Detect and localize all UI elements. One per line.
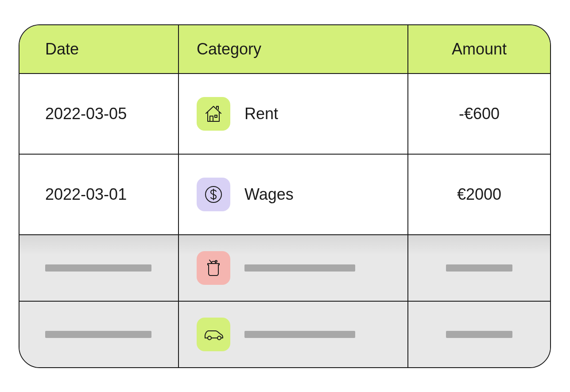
- header-category-label: Category: [197, 40, 261, 58]
- header-amount: Amount: [408, 25, 550, 73]
- transactions-table: Date Category Amount 2022-03-05: [19, 24, 551, 368]
- table-row[interactable]: 2022-03-01 Wages €2000: [19, 154, 550, 234]
- table-header-row: Date Category Amount: [19, 25, 550, 73]
- cell-date-placeholder: [19, 302, 179, 367]
- table-row-placeholder: [19, 234, 550, 301]
- placeholder-bar: [45, 331, 151, 338]
- groceries-icon: [197, 251, 230, 285]
- amount-value: -€600: [459, 105, 500, 123]
- dollar-icon: [197, 178, 230, 211]
- cell-amount: €2000: [408, 155, 550, 234]
- placeholder-bar: [244, 331, 355, 338]
- cell-date-placeholder: [19, 235, 179, 301]
- table-row-placeholder: [19, 301, 550, 367]
- amount-value: €2000: [457, 185, 501, 204]
- placeholder-bar: [45, 264, 151, 272]
- header-date: Date: [19, 25, 179, 73]
- svg-rect-1: [215, 115, 217, 117]
- table-row[interactable]: 2022-03-05 Rent -€600: [19, 73, 550, 154]
- placeholder-bar: [446, 264, 512, 272]
- cell-date: 2022-03-05: [19, 74, 179, 154]
- house-icon: [197, 97, 230, 131]
- cell-amount-placeholder: [408, 235, 550, 301]
- svg-rect-0: [210, 116, 213, 121]
- placeholder-bar: [244, 264, 355, 272]
- cell-amount-placeholder: [408, 302, 550, 367]
- cell-date: 2022-03-01: [19, 155, 179, 234]
- cell-category: Rent: [179, 74, 408, 154]
- header-category: Category: [179, 25, 408, 73]
- date-value: 2022-03-01: [45, 185, 127, 204]
- cell-category-placeholder: [179, 302, 408, 367]
- date-value: 2022-03-05: [45, 105, 127, 123]
- header-date-label: Date: [45, 40, 79, 58]
- category-value: Wages: [244, 185, 294, 204]
- cell-amount: -€600: [408, 74, 550, 154]
- car-icon: [197, 318, 230, 351]
- svg-point-3: [215, 260, 217, 262]
- cell-category: Wages: [179, 155, 408, 234]
- svg-point-5: [217, 336, 221, 340]
- header-amount-label: Amount: [452, 40, 507, 58]
- cell-category-placeholder: [179, 235, 408, 301]
- svg-point-4: [208, 336, 211, 340]
- category-value: Rent: [244, 105, 278, 123]
- placeholder-bar: [446, 331, 512, 338]
